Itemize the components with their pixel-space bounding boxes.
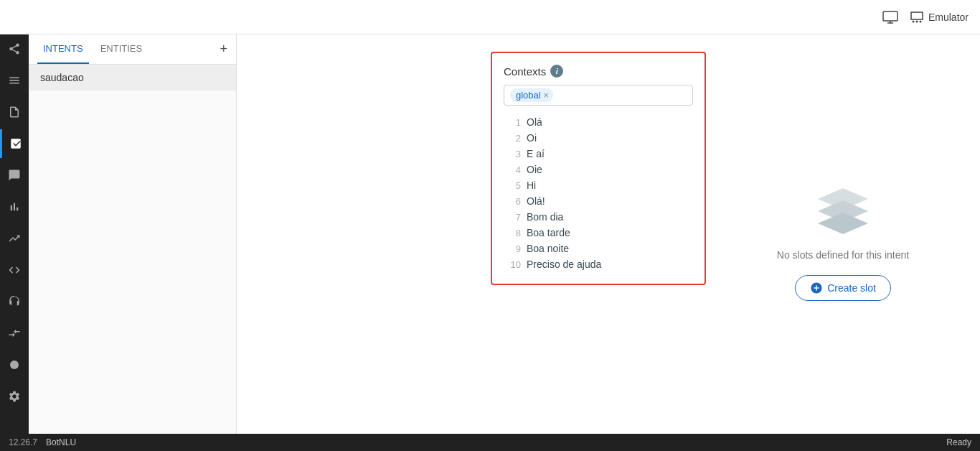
settings-icon[interactable] — [0, 382, 29, 411]
top-bar: Emulator — [0, 0, 980, 34]
left-panel: INTENTS ENTITIES + saudacao — [29, 34, 237, 451]
panel-tabs: INTENTS ENTITIES + — [29, 34, 236, 65]
context-tag-label: global — [516, 90, 541, 101]
contexts-panel: Contexts i global × 1 Olá 2 Oi — [491, 52, 706, 285]
item-number: 7 — [504, 212, 521, 223]
ready-status: Ready — [946, 437, 971, 447]
list-item[interactable]: 2 Oi — [504, 130, 693, 146]
item-number: 1 — [504, 117, 521, 128]
svg-marker-9 — [818, 213, 868, 234]
code-icon[interactable] — [0, 256, 29, 284]
chat-icon[interactable] — [0, 161, 29, 190]
item-number: 8 — [504, 228, 521, 238]
item-text: Oie — [527, 164, 542, 175]
contexts-header: Contexts i — [504, 65, 693, 78]
list-item[interactable]: 10 Preciso de ajuda — [504, 256, 693, 272]
svg-point-5 — [919, 20, 921, 22]
item-text: Preciso de ajuda — [527, 259, 601, 270]
trend-icon[interactable] — [0, 224, 29, 253]
context-tag-global: global × — [510, 88, 553, 102]
sidebar — [0, 0, 29, 451]
info-icon[interactable]: i — [550, 65, 563, 78]
context-input-field[interactable]: global × — [504, 85, 693, 106]
list-item[interactable]: 6 Olá! — [504, 193, 693, 209]
status-bar: 12.26.7 BotNLU Ready — [0, 434, 980, 451]
create-slot-button[interactable]: Create slot — [795, 275, 891, 301]
item-number: 10 — [504, 259, 521, 270]
item-number: 3 — [504, 149, 521, 159]
item-text: E aí — [527, 148, 545, 159]
item-text: Boa tarde — [527, 227, 570, 238]
document-icon[interactable] — [0, 98, 29, 126]
item-number: 2 — [504, 133, 521, 144]
create-slot-label: Create slot — [827, 282, 876, 294]
svg-point-6 — [10, 361, 19, 369]
item-text: Olá — [527, 116, 542, 128]
list-item[interactable]: 9 Boa noite — [504, 241, 693, 256]
list-item[interactable]: 8 Boa tarde — [504, 225, 693, 241]
svg-point-3 — [912, 20, 914, 22]
tab-intents[interactable]: INTENTS — [37, 34, 89, 64]
emulator-button[interactable]: Emulator — [910, 11, 969, 24]
item-number: 9 — [504, 243, 521, 254]
contexts-title: Contexts — [504, 65, 546, 78]
item-text: Hi — [527, 180, 536, 191]
svg-point-4 — [915, 20, 918, 22]
context-tag-close-button[interactable]: × — [544, 90, 549, 101]
item-number: 4 — [504, 164, 521, 175]
training-phrases-list: 1 Olá 2 Oi 3 E aí 4 Oie 5 Hi — [504, 114, 693, 272]
item-number: 5 — [504, 180, 521, 191]
intents-icon[interactable] — [0, 66, 29, 95]
version-label: 12.26.7 — [9, 437, 37, 447]
analytics-icon[interactable] — [0, 129, 29, 158]
headset-icon[interactable] — [0, 287, 29, 316]
tab-entities[interactable]: ENTITIES — [95, 34, 149, 64]
list-item[interactable]: 7 Bom dia — [504, 209, 693, 225]
transfer-icon[interactable] — [0, 319, 29, 348]
share-icon[interactable] — [0, 34, 29, 63]
emulator-label: Emulator — [928, 11, 969, 23]
item-text: Boa noite — [527, 243, 569, 254]
slots-icon — [814, 185, 872, 238]
monitor-button[interactable] — [882, 11, 898, 24]
list-item[interactable]: 3 E aí — [504, 146, 693, 162]
svg-rect-0 — [883, 11, 897, 21]
circle-icon[interactable] — [0, 350, 29, 379]
add-intent-button[interactable]: + — [220, 42, 227, 57]
slots-panel: No slots defined for this intent Create … — [723, 52, 963, 434]
intent-item-saudacao[interactable]: saudacao — [29, 65, 236, 90]
item-text: Olá! — [527, 195, 545, 207]
list-item[interactable]: 4 Oie — [504, 162, 693, 177]
main-content: Contexts i global × 1 Olá 2 Oi — [473, 34, 980, 451]
app-name-label: BotNLU — [46, 437, 76, 447]
no-slots-text: No slots defined for this intent — [777, 249, 909, 261]
item-text: Oi — [527, 132, 537, 144]
item-number: 6 — [504, 196, 521, 207]
list-item[interactable]: 1 Olá — [504, 114, 693, 130]
bar-chart-icon[interactable] — [0, 192, 29, 221]
list-item[interactable]: 5 Hi — [504, 177, 693, 193]
item-text: Bom dia — [527, 211, 563, 223]
